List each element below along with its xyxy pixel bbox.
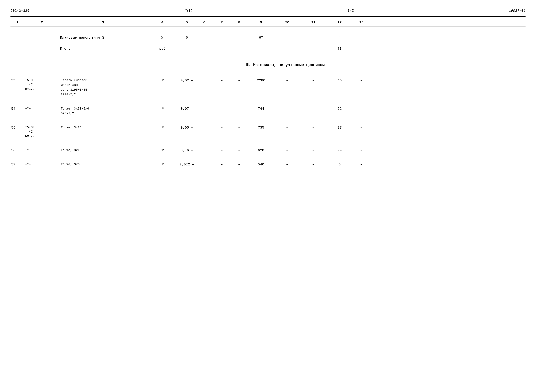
row55-col12: 37	[327, 125, 353, 130]
row57-col13: –	[353, 162, 370, 167]
row54-col6	[195, 106, 213, 107]
table-row: 53 I5-09т.4IR=I,2 Кабель силовоймарки АВ…	[10, 74, 526, 101]
row55-col6	[195, 125, 213, 126]
section-title: Ш. Материалы, не учтенные ценником	[10, 63, 526, 67]
col-9-header: 9	[248, 20, 274, 25]
row56-col11: –	[300, 148, 327, 153]
row57-col5: 0,0I2 –	[178, 162, 195, 167]
row53-col8: –	[231, 78, 248, 83]
row57-col10: –	[274, 162, 300, 167]
table-row: 55 I5-09т.4IK=I,2 То же, 3хI6 км 0,05 – …	[10, 121, 526, 142]
sr1-col12: 4	[327, 35, 353, 40]
row56-col13: –	[353, 148, 370, 153]
row53-unit: км	[147, 78, 178, 82]
sr2-col9	[248, 48, 274, 49]
row54-col7: –	[213, 106, 231, 111]
row55-desc: То же, 3хI6	[59, 125, 147, 130]
row55-num: 55	[10, 125, 24, 130]
row54-col13: –	[353, 106, 370, 111]
row56-col5: 0,I6 –	[178, 148, 195, 153]
sr1-col1	[10, 37, 24, 38]
table-row: 57 –"– То же, 3х6 км 0,0I2 – – – 540 – –…	[10, 158, 526, 171]
col-7-header: 7	[213, 20, 231, 25]
row54-num: 54	[10, 106, 24, 111]
col-3-header: 3	[59, 20, 147, 25]
sr2-col6	[195, 48, 213, 49]
header-center: (YI)	[184, 9, 193, 13]
sr2-col12: 7I	[327, 46, 353, 51]
row55-col9: 735	[248, 125, 274, 130]
row56-col9: 620	[248, 148, 274, 153]
sr1-col13	[353, 37, 370, 38]
table-row: 54 –"– То же, 3хI0+Iх6620хI,2 км 0,07 – …	[10, 103, 526, 120]
sr1-col6	[195, 37, 213, 38]
row53-col7: –	[213, 78, 231, 83]
sr1-col3: Плановые накопления %	[59, 35, 147, 40]
row53-col13: –	[353, 78, 370, 83]
col-10-header: IO	[274, 20, 300, 25]
row53-code: I5-09т.4IR=I,2	[24, 78, 59, 92]
row53-col5: 0,02 –	[178, 78, 195, 83]
sr2-col13	[353, 48, 370, 49]
sr2-col8	[231, 48, 248, 49]
col-8-header: 8	[231, 20, 248, 25]
sr2-col5	[178, 48, 195, 49]
row57-num: 57	[10, 162, 24, 167]
row53-col11: –	[300, 78, 327, 83]
header: 902-2-325 (YI) I4I 16037-06	[10, 7, 526, 16]
row56-col10: –	[274, 148, 300, 153]
row57-col12: 6	[327, 162, 353, 167]
sr1-col7	[213, 37, 231, 38]
row55-col11: –	[300, 125, 327, 130]
row57-desc: То же, 3х6	[59, 162, 147, 167]
col-12-header: I2	[327, 20, 353, 25]
row53-col10: –	[274, 78, 300, 83]
col-4-header: 4	[147, 20, 178, 25]
table-row: 56 –"– То же, 3хI0 км 0,I6 – – – 620 – –…	[10, 144, 526, 157]
row53-col9: 2280	[248, 78, 274, 83]
col-1-header: I	[10, 20, 24, 25]
row57-col11: –	[300, 162, 327, 167]
summary-row-1: Плановые накопления % % 6 67 4	[10, 32, 526, 43]
row55-col8: –	[231, 125, 248, 130]
col-5-header: 5	[178, 20, 195, 25]
row54-desc: То же, 3хI0+Iх6620хI,2	[59, 106, 147, 116]
row54-col12: 52	[327, 106, 353, 111]
row56-col6	[195, 148, 213, 148]
row54-col11: –	[300, 106, 327, 111]
row54-col10: –	[274, 106, 300, 111]
row54-unit: км	[147, 106, 178, 110]
sr2-col11	[300, 48, 327, 49]
row53-col12: 46	[327, 78, 353, 83]
row57-col9: 540	[248, 162, 274, 167]
row57-code: –"–	[24, 162, 59, 167]
row55-code: I5-09т.4IK=I,2	[24, 125, 59, 139]
sr2-col7	[213, 48, 231, 49]
row54-col5: 0,07 –	[178, 106, 195, 111]
sr1-col10	[274, 37, 300, 38]
row54-code: –"–	[24, 106, 59, 111]
row54-col9: 744	[248, 106, 274, 111]
row57-col7: –	[213, 162, 231, 167]
row55-col7: –	[213, 125, 231, 130]
row55-col5: 0,05 –	[178, 125, 195, 130]
row53-col6	[195, 78, 213, 79]
row56-unit: км	[147, 148, 178, 151]
header-middle: I4I	[348, 9, 354, 13]
row56-col8: –	[231, 148, 248, 153]
row56-num: 56	[10, 148, 24, 153]
sr1-col2	[24, 37, 59, 38]
summary-row-2: Итого руб 7I	[10, 43, 526, 54]
col-11-header: II	[300, 20, 327, 25]
sr1-col5: 6	[178, 35, 195, 40]
row56-col7: –	[213, 148, 231, 153]
row55-col13: –	[353, 125, 370, 130]
col-13-header: I3	[353, 20, 370, 25]
row53-num: 53	[10, 78, 24, 83]
row57-unit: км	[147, 162, 178, 166]
column-headers: I 2 3 4 5 6 7 8 9 IO II I2 I3	[10, 17, 526, 27]
row56-desc: То же, 3хI0	[59, 148, 147, 153]
row57-col6	[195, 162, 213, 163]
sr1-col11	[300, 37, 327, 38]
row55-unit: км	[147, 125, 178, 129]
